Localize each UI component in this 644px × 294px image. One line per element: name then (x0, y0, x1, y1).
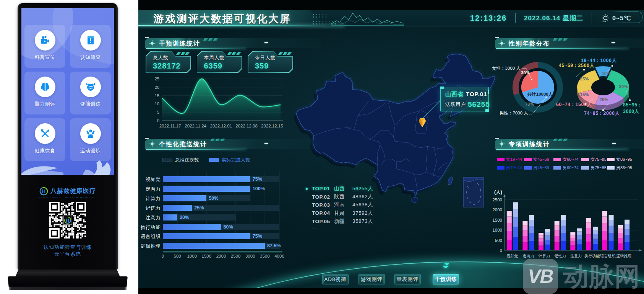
panel-collapse-dash[interactable] (264, 143, 268, 144)
svg-text:H: H (42, 189, 45, 194)
push-bar-percent: 25% (194, 205, 204, 211)
age-label-85-95: 85~95： (623, 102, 642, 108)
footer-button-1[interactable]: AD8初筛 (322, 274, 349, 284)
panel-gender-age-header: 性别年龄分布 (495, 38, 628, 49)
special-legend-male-4[interactable]: 男75~85 (581, 165, 607, 171)
map-tooltip: 山西省TOP.01 活跃用户56255 (440, 87, 489, 111)
panel-head-slashes (554, 38, 567, 41)
panel-head-slashes (204, 38, 217, 41)
kiosk-tile-6[interactable]: 运动锻炼 (70, 118, 111, 161)
panel-title: 干预训练统计 (159, 40, 200, 48)
top-row-marker: ▶ (306, 186, 312, 191)
footer-button-4[interactable]: 干预训练 (433, 274, 459, 284)
special-legend-male-3[interactable]: 男60~74 (553, 165, 579, 171)
top-list-row[interactable]: TOP.04甘肃37592人 (306, 209, 373, 217)
stat-label: 本周人数 (204, 55, 225, 61)
push-row-label: 语言组织 (138, 234, 161, 240)
kiosk-tile-4[interactable]: 健脑训练 (70, 72, 111, 114)
top-list-row[interactable]: TOP.02陕西48362人 (306, 193, 373, 201)
footer-button-2[interactable]: 游戏测评 (358, 274, 385, 284)
special-legend-female-4[interactable]: 女75~85 (581, 157, 607, 162)
special-legend-male-1[interactable]: 男19~44 (497, 165, 522, 171)
svg-text:2022.12.08: 2022.12.08 (235, 124, 258, 128)
kiosk-tile-1[interactable]: 科普宣传 (24, 25, 65, 68)
kiosk-base-neck (15, 270, 120, 277)
push-axis-tick: 0 (162, 254, 164, 258)
kiosk-tile-label: 健脑训练 (80, 101, 101, 108)
special-legend-female-3[interactable]: 女60~74 (553, 157, 579, 162)
top-row-rank: TOP.04 (312, 210, 334, 216)
panel-crosshair-icon (149, 140, 156, 147)
svg-text:H: H (66, 218, 69, 222)
special-legend-male-2[interactable]: 男45~59 (524, 165, 549, 171)
tooltip-metric: 活跃用户 (445, 102, 466, 107)
panel-push-header: 个性化推送统计 (145, 139, 245, 150)
panel-special-header: 专项训练统计 (495, 139, 628, 150)
push-bar-done (163, 186, 250, 192)
push-bar-done (163, 214, 177, 220)
panel-collapse-dash[interactable] (264, 42, 268, 43)
top-row-name: 甘肃 (334, 210, 352, 217)
brand-logo-icon: H (39, 187, 48, 196)
stat-card-slashes (279, 52, 291, 55)
kiosk-tile-2[interactable]: 认知筛查 (70, 25, 111, 68)
push-row-label: 执行功能 (138, 224, 161, 231)
tooltip-rank: TOP.01 (466, 91, 487, 97)
stat-card-2: 本周人数6359 (197, 51, 242, 73)
dashboard: 游戏测评大数据可视化大屏 12:13:26 2022.06.14 星期二 (138, 0, 644, 294)
footer-button-3[interactable]: 量表测评 (394, 274, 421, 284)
special-legend-female-2[interactable]: 女45~59 (524, 157, 549, 162)
kiosk-base-strip (9, 287, 127, 290)
top-list-row[interactable]: ▶TOP.01山西56255人 (306, 185, 373, 193)
brain-training-icon (80, 77, 101, 97)
top-row-rank: TOP.01 (312, 186, 334, 191)
special-legend-male-5[interactable]: 男86~95 (607, 165, 632, 171)
panel-head-slashes (554, 139, 567, 141)
muscle-icon (80, 123, 101, 144)
qr-code: H (49, 202, 86, 238)
svg-text:2000: 2000 (492, 207, 502, 212)
svg-text:计算力: 计算力 (538, 254, 550, 258)
svg-text:500: 500 (495, 238, 502, 243)
tooltip-province: 山西省 (445, 91, 464, 97)
panel-collapse-dash[interactable] (612, 143, 616, 144)
top-row-rank: TOP.03 (312, 202, 334, 208)
svg-text:5: 5 (157, 110, 159, 114)
panel-notch (145, 138, 149, 139)
push-row-label: 视知觉 (138, 176, 161, 183)
kiosk-footer-line2: 云平台系统 (21, 251, 114, 258)
push-bar-percent: 75% (253, 233, 262, 239)
svg-text:逻辑推理: 逻辑推理 (616, 254, 631, 258)
svg-text:2022.11.17: 2022.11.17 (159, 124, 181, 128)
top-list-row[interactable]: TOP.03河南45638人 (306, 201, 373, 209)
age-label-60-74: 60~74：1500人 (556, 101, 592, 108)
kiosk-brand: H 八赫兹健康医疗 EIGHT-HERTZ HEALTH MEDICAL (21, 187, 114, 199)
kiosk-tile-5[interactable]: 健康饮食 (24, 118, 65, 161)
top-list-row[interactable]: TOP.05新疆35873人 (306, 217, 373, 225)
kiosk-footer-line1: 认知功能筛查与训练 (21, 244, 114, 251)
top-row-value: 48362人 (352, 193, 373, 200)
panel-collapse-dash[interactable] (612, 42, 615, 43)
panel-head-underline (146, 48, 246, 49)
special-legend-female-1[interactable]: 女19~44 (497, 157, 522, 162)
push-bar-percent: 50% (224, 224, 233, 230)
stat-card-slashes (228, 52, 240, 55)
top-row-name: 山西 (334, 185, 352, 192)
special-bar-chart: 05001000150020002500(人)视知觉定向力计算力记忆力注意力执行… (492, 184, 644, 264)
top-row-name: 陕西 (334, 193, 352, 200)
stat-card-slashes (177, 52, 189, 55)
tooltip-value: 56255 (468, 100, 490, 108)
age-label-85-95-value: 3000人 (623, 108, 639, 115)
svg-text:1000: 1000 (492, 228, 502, 232)
svg-text:共计10000人: 共计10000人 (527, 92, 553, 97)
kiosk-tile-label: 科普宣传 (35, 54, 55, 61)
special-legend-female-5[interactable]: 女86~95 (607, 157, 632, 162)
stat-card-3: 今日人数359 (248, 51, 293, 73)
kiosk-tile-label: 运动锻炼 (80, 147, 101, 154)
push-axis-tick: 2000 (216, 254, 226, 258)
svg-text:语言组织: 语言组织 (600, 254, 616, 258)
top-list-more: ····· (312, 227, 321, 230)
kiosk-tile-3[interactable]: 脑力测评 (24, 72, 65, 114)
svg-text:2022.11.24: 2022.11.24 (185, 124, 206, 128)
stat-value: 359 (255, 62, 269, 70)
